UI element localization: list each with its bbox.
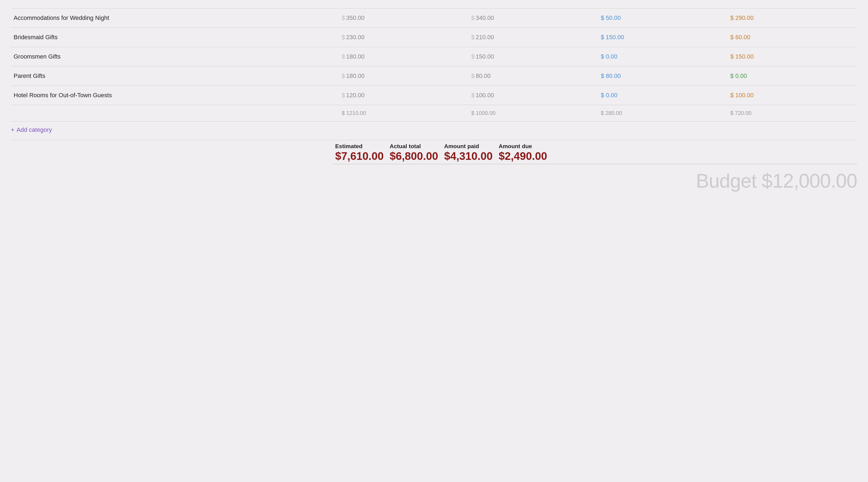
row-name-2: Groomsmen Gifts [11,47,339,66]
row-name-3: Parent Gifts [11,66,339,86]
summary-estimated-col: Estimated $7,610.00 [332,143,387,162]
summary-due-col: Amount due $2,490.00 [496,143,550,162]
table-row: Hotel Rooms for Out-of-Town Guests $120.… [11,86,857,105]
add-category-row: + Add category [11,122,857,140]
row-due-2: $ 150.00 [728,47,857,66]
row-name-4: Hotel Rooms for Out-of-Town Guests [11,86,339,105]
row-due-3: $ 0.00 [728,66,857,86]
subtotals-row: $ 1210.00 $ 1000.00 $ 280.00 $ 720.00 [11,105,857,122]
budget-display: Budget $12,000.00 [11,164,857,192]
summary-paid-col: Amount paid $4,310.00 [441,143,496,162]
estimated-label: Estimated [335,143,384,150]
dollar-sign-icon: $ [342,53,345,60]
add-category-cell: + Add category [11,122,857,140]
row-due-1: $ 60.00 [728,28,857,47]
subtotal-paid: $ 280.00 [598,105,727,122]
row-actual-0: $340.00 [469,8,598,28]
dollar-sign-icon: $ [342,34,345,40]
dollar-sign-icon: $ [342,72,345,79]
row-actual-3: $80.00 [469,66,598,86]
budget-table: Accommodations for Wedding Night $350.00… [11,8,857,140]
table-row: Bridesmaid Gifts $230.00 $210.00 $ 150.0… [11,28,857,47]
dollar-sign-icon: $ [471,72,474,79]
paid-label: Amount paid [444,143,493,150]
row-actual-4: $100.00 [469,86,598,105]
row-due-4: $ 100.00 [728,86,857,105]
row-paid-2: $ 0.00 [598,47,727,66]
row-estimated-3: $180.00 [339,66,468,86]
due-label: Amount due [499,143,548,150]
row-due-0: $ 290.00 [728,8,857,28]
table-row: Groomsmen Gifts $180.00 $150.00 $ 0.00 $… [11,47,857,66]
row-paid-1: $ 150.00 [598,28,727,47]
table-row: Parent Gifts $180.00 $80.00 $ 80.00 $ 0.… [11,66,857,86]
summary-section: Estimated $7,610.00 Actual total $6,800.… [11,143,857,192]
row-estimated-1: $230.00 [339,28,468,47]
subtotal-estimated: $ 1210.00 [339,105,468,122]
row-name-1: Bridesmaid Gifts [11,28,339,47]
due-value: $2,490.00 [499,150,548,162]
paid-value: $4,310.00 [444,150,493,162]
estimated-value: $7,610.00 [335,150,384,162]
row-estimated-2: $180.00 [339,47,468,66]
dollar-sign-icon: $ [471,14,474,21]
row-name-0: Accommodations for Wedding Night [11,8,339,28]
add-category-label: Add category [17,126,52,133]
actual-value: $6,800.00 [390,150,439,162]
dollar-sign-icon: $ [342,14,345,21]
dollar-sign-icon: $ [471,92,474,99]
actual-label: Actual total [390,143,439,150]
subtotal-empty [11,105,339,122]
subtotal-actual: $ 1000.00 [469,105,598,122]
row-actual-2: $150.00 [469,47,598,66]
dollar-sign-icon: $ [471,34,474,40]
table-row: Accommodations for Wedding Night $350.00… [11,8,857,28]
summary-actual-col: Actual total $6,800.00 [387,143,441,162]
subtotal-due: $ 720.00 [728,105,857,122]
row-paid-4: $ 0.00 [598,86,727,105]
row-paid-0: $ 50.00 [598,8,727,28]
dollar-sign-icon: $ [342,92,345,99]
row-paid-3: $ 80.00 [598,66,727,86]
row-estimated-4: $120.00 [339,86,468,105]
plus-icon: + [11,126,14,133]
add-category-button[interactable]: + Add category [11,126,52,133]
dollar-sign-icon: $ [471,53,474,60]
row-actual-1: $210.00 [469,28,598,47]
row-estimated-0: $350.00 [339,8,468,28]
